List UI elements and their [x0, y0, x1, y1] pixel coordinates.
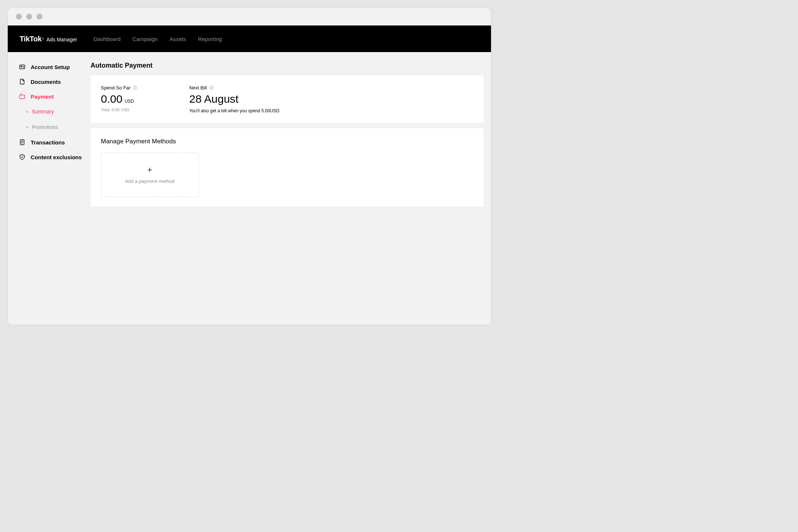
nav-reporting[interactable]: Reporting — [198, 36, 222, 42]
sidebar-item-account-setup[interactable]: Account Setup — [8, 59, 89, 74]
brand-logo[interactable]: TikTok Ads Manager — [20, 35, 77, 43]
browser-window: TikTok Ads Manager Dashboard Campaign As… — [7, 7, 491, 325]
svg-rect-2 — [20, 95, 25, 99]
sidebar-item-label: Content exclusions — [31, 154, 82, 160]
spend-unit: USD — [125, 99, 134, 104]
payment-methods-title: Manage Payment Methods — [101, 138, 473, 145]
sidebar-item-label: Transactions — [31, 139, 65, 146]
sidebar-item-payment[interactable]: Payment — [8, 89, 89, 104]
spend-total: Total: 0.00 USD — [101, 108, 137, 112]
wallet-icon — [19, 93, 25, 100]
id-card-icon — [19, 64, 25, 70]
next-bill-metric: Next Bill 28 August You'll also get a bi… — [189, 85, 279, 113]
plus-icon: + — [147, 166, 152, 174]
bullet-icon — [26, 111, 28, 113]
main-content: Automatic Payment Spend So Far 0.00 USD … — [89, 52, 491, 325]
sidebar-item-content-exclusions[interactable]: Content exclusions — [8, 150, 89, 164]
window-chrome — [8, 8, 491, 25]
brand-suffix: Ads Manager — [47, 37, 77, 42]
sidebar-item-label: Payment — [31, 93, 54, 100]
spend-label-row: Spend So Far — [101, 85, 137, 91]
sidebar-subitem-label: Promotions — [32, 124, 58, 130]
shield-icon — [19, 154, 25, 160]
window-dot-minimize[interactable] — [26, 14, 32, 20]
page-title: Automatic Payment — [91, 62, 484, 69]
nav-assets[interactable]: Assets — [170, 36, 186, 42]
bullet-icon — [26, 126, 28, 128]
svg-point-1 — [21, 66, 22, 67]
spend-value: 0.00 — [101, 93, 122, 105]
spend-label: Spend So Far — [101, 85, 130, 91]
help-icon[interactable] — [133, 85, 137, 90]
next-bill-value: 28 August — [189, 93, 279, 105]
svg-rect-0 — [20, 65, 25, 69]
sidebar-item-documents[interactable]: Documents — [8, 74, 89, 89]
sidebar-item-label: Account Setup — [31, 64, 70, 70]
body-area: Account Setup Documents Payment Summary … — [8, 52, 491, 325]
brand-name: TikTok — [20, 35, 44, 43]
tiktok-logo-dots-icon — [42, 38, 44, 40]
add-payment-label: Add a payment method — [125, 178, 174, 184]
sidebar-item-transactions[interactable]: Transactions — [8, 135, 89, 150]
nav-dashboard[interactable]: Dashboard — [93, 36, 120, 42]
sidebar: Account Setup Documents Payment Summary … — [8, 52, 89, 325]
nav-links: Dashboard Campaign Assets Reporting — [93, 36, 222, 42]
help-icon[interactable] — [209, 85, 214, 90]
spend-metric: Spend So Far 0.00 USD Total: 0.00 USD — [101, 85, 137, 113]
next-bill-note: You'll also get a bill when you spend 5.… — [189, 108, 279, 113]
spend-value-row: 0.00 USD — [101, 93, 137, 105]
metrics-row: Spend So Far 0.00 USD Total: 0.00 USD Ne… — [101, 85, 473, 113]
next-bill-label: Next Bill — [189, 85, 207, 91]
window-dot-maximize[interactable] — [37, 14, 42, 20]
add-payment-method-button[interactable]: + Add a payment method — [101, 153, 199, 197]
billing-summary-card: Spend So Far 0.00 USD Total: 0.00 USD Ne… — [91, 75, 484, 123]
payment-methods-card: Manage Payment Methods + Add a payment m… — [91, 128, 484, 207]
top-nav: TikTok Ads Manager Dashboard Campaign As… — [8, 25, 491, 52]
sidebar-item-label: Documents — [31, 79, 61, 85]
sidebar-subitem-promotions[interactable]: Promotions — [8, 119, 89, 135]
document-icon — [19, 78, 25, 85]
sidebar-subitem-label: Summary — [32, 109, 54, 115]
next-bill-label-row: Next Bill — [189, 85, 279, 91]
brand-name-text: TikTok — [20, 35, 42, 43]
receipt-icon — [19, 139, 25, 146]
nav-campaign[interactable]: Campaign — [132, 36, 157, 42]
window-dot-close[interactable] — [16, 14, 22, 20]
sidebar-subitem-summary[interactable]: Summary — [8, 104, 89, 119]
